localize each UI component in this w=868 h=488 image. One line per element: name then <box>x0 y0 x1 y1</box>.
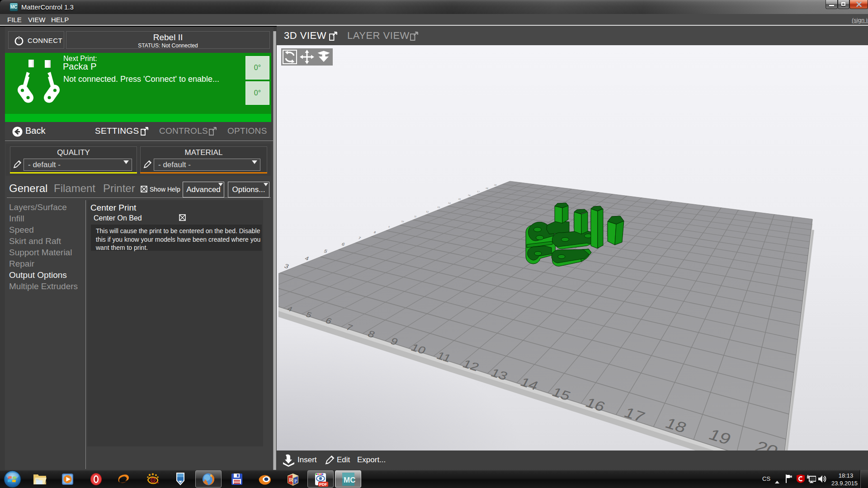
svg-text:17: 17 <box>476 191 480 193</box>
svg-text:19: 19 <box>494 184 497 186</box>
svg-text:12: 12 <box>426 211 429 213</box>
svg-text:P: P <box>294 479 297 483</box>
svg-text:9: 9 <box>388 226 391 228</box>
svg-text:10: 10 <box>401 221 405 223</box>
svg-text:R: R <box>289 476 293 483</box>
svg-text:4: 4 <box>304 255 310 262</box>
svg-text:MC: MC <box>344 476 355 484</box>
svg-text:14: 14 <box>448 202 451 204</box>
svg-text:16: 16 <box>467 194 471 197</box>
svg-text:15: 15 <box>458 198 461 200</box>
svg-text:7: 7 <box>358 236 361 240</box>
svg-text:5: 5 <box>323 249 328 254</box>
svg-text:3: 3 <box>283 263 290 269</box>
svg-text:8: 8 <box>373 230 377 234</box>
svg-text:6: 6 <box>341 242 345 247</box>
svg-text:18: 18 <box>486 187 489 189</box>
svg-text:13: 13 <box>437 206 440 208</box>
svg-text:11: 11 <box>414 216 417 218</box>
svg-text:PDF: PDF <box>319 482 328 487</box>
